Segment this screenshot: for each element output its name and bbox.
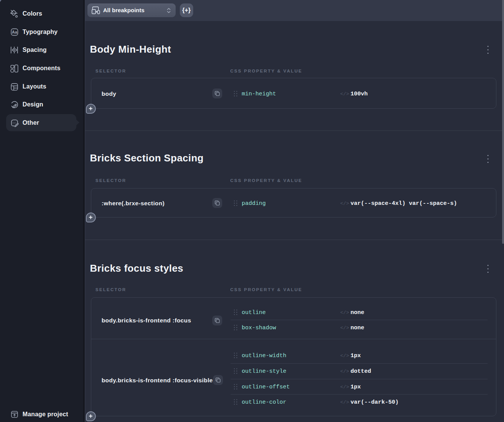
svg-text:Aa: Aa: [11, 30, 17, 34]
